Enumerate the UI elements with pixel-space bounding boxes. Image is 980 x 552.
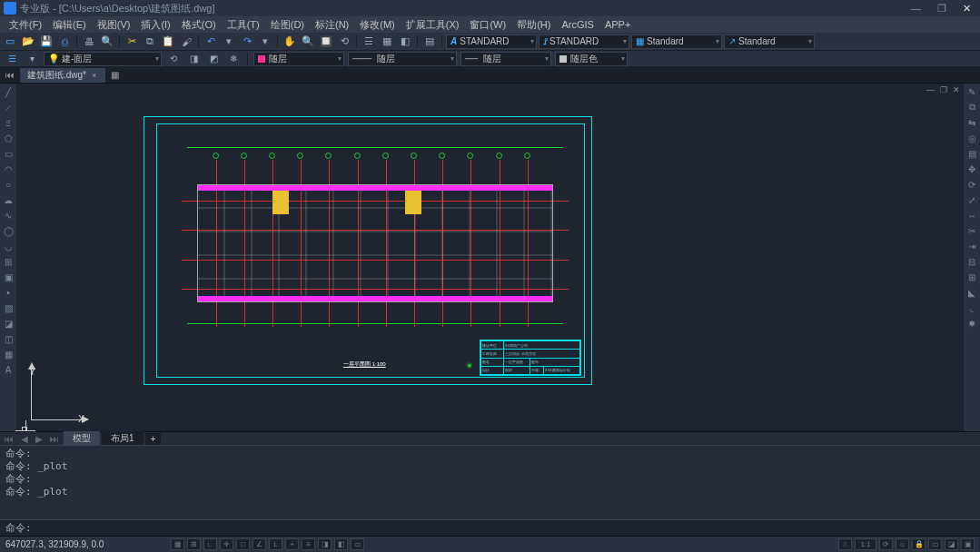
mtext-icon[interactable]: A	[2, 363, 15, 376]
vp-maximize[interactable]: ❐	[940, 85, 947, 94]
spline-icon[interactable]: ∿	[2, 209, 15, 222]
dcenter-icon[interactable]: ▦	[379, 34, 395, 49]
menu-modify[interactable]: 修改(M)	[354, 18, 401, 32]
layout-next-icon[interactable]: ▶	[33, 434, 45, 444]
tablestyle-combo[interactable]: ▦Standard	[631, 34, 722, 49]
copy-icon[interactable]: ⧉	[142, 34, 158, 49]
annoscale-icon[interactable]: ⎍	[838, 538, 852, 550]
layout-last-icon[interactable]: ⏭	[47, 434, 62, 444]
menu-format[interactable]: 格式(O)	[176, 18, 222, 32]
layerprops-icon[interactable]: ☰	[4, 52, 20, 66]
mleaderstyle-combo[interactable]: ↗Standard	[724, 34, 815, 49]
block-icon[interactable]: ▣	[2, 271, 15, 283]
ducs-toggle[interactable]: L	[269, 538, 282, 550]
textstyle-combo[interactable]: ASTANDARD	[446, 34, 537, 49]
save-icon[interactable]: 💾	[38, 34, 54, 49]
undo-dropdown-icon[interactable]: ▾	[221, 34, 237, 49]
command-history[interactable]: 命令: 命令: _plot 命令: 命令: _plot	[0, 445, 980, 519]
fillet-icon[interactable]: ◟	[965, 301, 978, 314]
menu-help[interactable]: 帮助(H)	[511, 18, 556, 32]
plotstyle-combo[interactable]: 随层色	[555, 52, 628, 66]
polar-toggle[interactable]: ✛	[220, 538, 233, 550]
menu-tools[interactable]: 工具(T)	[222, 18, 265, 32]
command-input[interactable]	[34, 522, 975, 534]
menu-file[interactable]: 文件(F)	[4, 18, 47, 32]
pan-icon[interactable]: ✋	[282, 34, 298, 49]
zoom-rt-icon[interactable]: 🔍	[300, 34, 316, 49]
linetype-combo[interactable]: ───随层	[348, 52, 457, 66]
ws-icon[interactable]: ☼	[896, 538, 909, 550]
redo-icon[interactable]: ↷	[239, 34, 255, 49]
explode-icon[interactable]: ✸	[965, 317, 978, 330]
lock-icon[interactable]: 🔒	[912, 538, 926, 550]
tab-close-icon[interactable]: ×	[90, 71, 98, 80]
zoom-win-icon[interactable]: 🔲	[318, 34, 334, 49]
coordinates[interactable]: 647027.3, 321909.9, 0.0	[5, 539, 169, 549]
point-icon[interactable]: •	[2, 286, 15, 299]
xline-icon[interactable]: ⟋	[2, 101, 15, 113]
vp-minimize[interactable]: —	[926, 85, 935, 94]
undo-icon[interactable]: ↶	[203, 34, 219, 49]
line-icon[interactable]: ╱	[2, 85, 15, 98]
polyline-icon[interactable]: Ⲷ	[2, 116, 15, 129]
calculator-icon[interactable]: ▤	[421, 34, 438, 49]
circle-icon[interactable]: ○	[2, 178, 15, 191]
array-icon[interactable]: ▤	[965, 147, 978, 160]
gradient-icon[interactable]: ◪	[2, 317, 15, 330]
layerfrz-icon[interactable]: ❄	[225, 52, 242, 66]
zoom-prev-icon[interactable]: ⟲	[336, 34, 352, 49]
polygon-icon[interactable]: ⬠	[2, 132, 15, 144]
scale-icon[interactable]: ⤢	[965, 193, 978, 206]
layout-prev-icon[interactable]: ◀	[18, 434, 31, 444]
model-toggle[interactable]: ▭	[351, 538, 364, 550]
tab-overflow-icon[interactable]: ▦	[107, 70, 123, 80]
layeriso-icon[interactable]: ◨	[185, 52, 202, 66]
clean-icon[interactable]: ▣	[961, 538, 975, 550]
drawing-canvas[interactable]: — ❐ ✕	[16, 84, 964, 431]
menu-insert[interactable]: 插入(I)	[135, 18, 175, 32]
menu-draw[interactable]: 绘图(D)	[265, 18, 310, 32]
isolate-icon[interactable]: ◪	[945, 538, 958, 550]
extend-icon[interactable]: ⇥	[965, 240, 978, 252]
revcloud-icon[interactable]: ☁	[2, 193, 15, 206]
new-icon[interactable]: ▭	[2, 34, 18, 49]
rectangle-icon[interactable]: ▭	[2, 147, 15, 160]
lwt-toggle[interactable]: ≡	[302, 538, 315, 550]
layer-prev-icon[interactable]: ⟲	[165, 52, 182, 66]
snap-toggle[interactable]: ▦	[171, 538, 184, 550]
hatch-icon[interactable]: ▨	[2, 301, 15, 314]
color-combo[interactable]: 随层	[253, 52, 344, 66]
matchprop-icon[interactable]: 🖌	[178, 34, 194, 49]
tab-nav-first[interactable]: ⏮	[2, 70, 18, 80]
redo-dropdown-icon[interactable]: ▾	[257, 34, 273, 49]
preview-icon[interactable]: 🔍	[99, 34, 115, 49]
grid-toggle[interactable]: ⊞	[187, 538, 201, 550]
copy2-icon[interactable]: ⧉	[965, 101, 978, 113]
otrack-toggle[interactable]: ∠	[252, 538, 266, 550]
layout-tab-model[interactable]: 模型	[64, 431, 100, 446]
join-icon[interactable]: ⊞	[965, 271, 978, 283]
qp-toggle[interactable]: ◨	[318, 538, 332, 550]
ellipsearc-icon[interactable]: ◡	[2, 240, 15, 252]
mirror-icon[interactable]: ⇆	[965, 116, 978, 129]
doc-tab-1[interactable]: 建筑图纸.dwg* ×	[20, 68, 105, 83]
sc-toggle[interactable]: ◧	[334, 538, 348, 550]
dimstyle-combo[interactable]: ⟟STANDARD	[539, 34, 629, 49]
cut-icon[interactable]: ✂	[124, 34, 140, 49]
arc-icon[interactable]: ◠	[2, 163, 15, 175]
toolpal-icon[interactable]: ◧	[397, 34, 413, 49]
layout-add-button[interactable]: +	[145, 433, 162, 445]
insert-icon[interactable]: ⊞	[2, 255, 15, 268]
vp-close[interactable]: ✕	[953, 85, 960, 94]
rotate-icon[interactable]: ⟳	[965, 178, 978, 191]
ellipse-icon[interactable]: ◯	[2, 224, 15, 237]
menu-dim[interactable]: 标注(N)	[310, 18, 354, 32]
dyn-toggle[interactable]: +	[285, 538, 299, 550]
paste-icon[interactable]: 📋	[160, 34, 176, 49]
offset-icon[interactable]: ◎	[965, 132, 978, 144]
menu-edit[interactable]: 编辑(E)	[47, 18, 92, 32]
menu-arcgis[interactable]: ArcGIS	[556, 19, 599, 30]
layout-first-icon[interactable]: ⏮	[2, 434, 16, 444]
lineweight-combo[interactable]: ──随层	[460, 52, 551, 66]
minimize-button[interactable]: —	[911, 3, 921, 15]
